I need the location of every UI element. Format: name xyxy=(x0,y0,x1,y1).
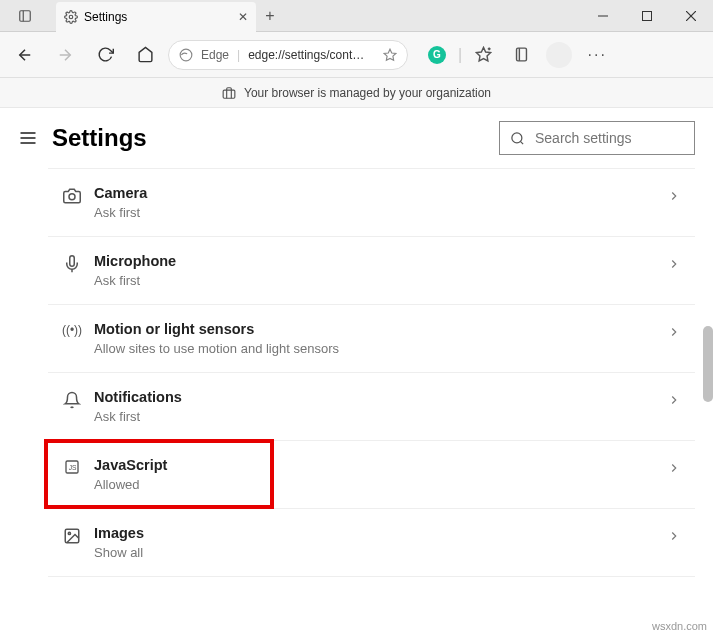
new-tab-button[interactable]: + xyxy=(256,0,284,31)
setting-row-images[interactable]: Images Show all xyxy=(48,509,695,577)
bell-icon xyxy=(58,389,86,409)
watermark: wsxdn.com xyxy=(652,620,707,632)
grammarly-icon[interactable]: G xyxy=(420,38,454,72)
maximize-button[interactable] xyxy=(625,0,669,31)
chevron-right-icon xyxy=(667,389,681,407)
row-title: JavaScript xyxy=(94,457,667,473)
svg-point-20 xyxy=(512,132,522,142)
chevron-right-icon xyxy=(667,525,681,543)
scrollbar-thumb[interactable] xyxy=(703,326,713,402)
titlebar: Settings ✕ + xyxy=(0,0,713,32)
setting-row-notifications[interactable]: Notifications Ask first xyxy=(48,373,695,441)
tab-title: Settings xyxy=(84,10,232,24)
gear-icon xyxy=(64,10,78,24)
home-button[interactable] xyxy=(128,38,162,72)
managed-banner: Your browser is managed by your organiza… xyxy=(0,78,713,108)
sensors-icon: ((•)) xyxy=(58,321,86,337)
svg-rect-4 xyxy=(643,11,652,20)
microphone-icon xyxy=(58,253,86,273)
edge-logo-icon xyxy=(179,48,193,62)
svg-rect-0 xyxy=(20,10,31,21)
settings-header: Settings xyxy=(0,108,713,168)
setting-row-camera[interactable]: Camera Ask first xyxy=(48,168,695,237)
svg-rect-14 xyxy=(516,48,526,61)
setting-row-motion-sensors[interactable]: ((•)) Motion or light sensors Allow site… xyxy=(48,305,695,373)
svg-point-27 xyxy=(68,532,70,534)
row-title: Notifications xyxy=(94,389,667,405)
javascript-icon: JS xyxy=(58,457,86,475)
row-subtitle: Ask first xyxy=(94,205,667,220)
chevron-right-icon xyxy=(667,253,681,271)
close-tab-icon[interactable]: ✕ xyxy=(238,10,248,24)
svg-rect-16 xyxy=(223,90,235,98)
collections-icon[interactable] xyxy=(504,38,538,72)
briefcase-icon xyxy=(222,86,236,100)
svg-point-22 xyxy=(69,194,75,200)
avatar xyxy=(546,42,572,68)
row-subtitle: Ask first xyxy=(94,409,667,424)
row-title: Camera xyxy=(94,185,667,201)
page-title: Settings xyxy=(52,124,147,152)
row-subtitle: Show all xyxy=(94,545,667,560)
toolbar-divider: | xyxy=(458,46,462,64)
forward-button[interactable] xyxy=(48,38,82,72)
address-url: edge://settings/cont… xyxy=(248,48,375,62)
svg-marker-10 xyxy=(384,49,396,60)
window-controls xyxy=(581,0,713,31)
chevron-right-icon xyxy=(667,457,681,475)
row-title: Images xyxy=(94,525,667,541)
camera-icon xyxy=(58,185,86,205)
address-prefix: Edge xyxy=(201,48,229,62)
row-subtitle: Allow sites to use motion and light sens… xyxy=(94,341,667,356)
chevron-right-icon xyxy=(667,321,681,339)
refresh-button[interactable] xyxy=(88,38,122,72)
close-window-button[interactable] xyxy=(669,0,713,31)
settings-content: Camera Ask first Microphone Ask first ((… xyxy=(0,168,713,636)
chevron-right-icon xyxy=(667,185,681,203)
favorites-icon[interactable] xyxy=(466,38,500,72)
setting-row-microphone[interactable]: Microphone Ask first xyxy=(48,237,695,305)
minimize-button[interactable] xyxy=(581,0,625,31)
setting-row-javascript[interactable]: JS JavaScript Allowed xyxy=(48,441,695,509)
search-input[interactable] xyxy=(535,130,710,146)
back-button[interactable] xyxy=(8,38,42,72)
search-settings-box[interactable] xyxy=(499,121,695,155)
svg-line-21 xyxy=(520,141,523,144)
favorite-icon[interactable] xyxy=(383,48,397,62)
hamburger-menu-button[interactable] xyxy=(18,128,38,148)
profile-button[interactable] xyxy=(542,38,576,72)
row-subtitle: Ask first xyxy=(94,273,667,288)
svg-text:JS: JS xyxy=(69,464,77,471)
browser-tab[interactable]: Settings ✕ xyxy=(56,2,256,32)
row-subtitle: Allowed xyxy=(94,477,667,492)
images-icon xyxy=(58,525,86,545)
row-title: Motion or light sensors xyxy=(94,321,667,337)
menu-button[interactable]: ··· xyxy=(580,38,614,72)
address-separator: | xyxy=(237,48,240,62)
address-bar[interactable]: Edge | edge://settings/cont… xyxy=(168,40,408,70)
toolbar: Edge | edge://settings/cont… G | ··· xyxy=(0,32,713,78)
search-icon xyxy=(510,131,525,146)
tab-actions-icon[interactable] xyxy=(8,0,42,33)
managed-text: Your browser is managed by your organiza… xyxy=(244,86,491,100)
row-title: Microphone xyxy=(94,253,667,269)
svg-point-2 xyxy=(69,15,73,19)
tab-strip-left xyxy=(0,0,50,31)
